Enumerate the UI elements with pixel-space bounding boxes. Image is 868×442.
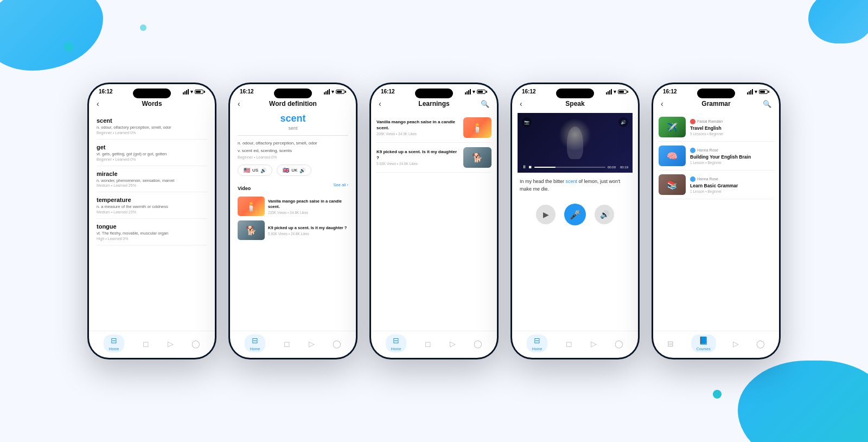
nav-user-words[interactable]: ◯: [192, 339, 200, 348]
home-icon-speak: ⊟: [534, 336, 540, 345]
nav-docs-word-def[interactable]: ◻: [284, 339, 290, 348]
see-all-button[interactable]: See all ›: [333, 182, 348, 187]
word-item-tongue[interactable]: tongue vt. The fleshy, movable, muscular…: [97, 219, 207, 245]
video-title-dog: K9 picked up a scent. Is it my daughter …: [268, 225, 348, 231]
word-name-get: get: [97, 144, 207, 150]
search-button-grammar[interactable]: 🔍: [763, 100, 771, 108]
learning-stats-candle: 206K Views • 34.9K Likes: [376, 132, 459, 136]
nav-user-speak[interactable]: ◯: [615, 339, 623, 348]
video-item-dog[interactable]: 🐕 K9 picked up a scent. Is it my daughte…: [238, 220, 348, 240]
bottom-nav-word-def: ⊟ Home ◻ ▷ ◯: [230, 331, 356, 358]
video-stats-dog: 5.83K Views • 24.8K Likes: [268, 232, 348, 236]
nav-home-speak[interactable]: ⊟ Home: [527, 334, 548, 352]
nav-user-grammar[interactable]: ◯: [756, 339, 765, 348]
nav-home-learnings[interactable]: ⊟ Home: [386, 334, 407, 352]
status-bar-5: 16:12 ▾: [653, 84, 779, 97]
word-item-temperature[interactable]: temperature n. a measure of the warmth o…: [97, 192, 207, 219]
nav-play-learnings[interactable]: ▷: [450, 339, 456, 348]
courses-icon-grammar: 📘: [699, 336, 708, 345]
uk-pronunciation-btn[interactable]: 🇬🇧 UK 🔊: [277, 165, 311, 176]
speak-highlight-word: scent: [566, 179, 578, 184]
home-label-words: Home: [109, 347, 119, 351]
grammar-item-basic[interactable]: 📚 Hanna Rose Learn Basic Grammar 1 Lesso…: [659, 171, 774, 199]
docs-icon-speak: ◻: [566, 339, 572, 348]
learning-stats-dog: 5.83K Views • 24.8K Likes: [376, 162, 459, 166]
word-name-miracle: miracle: [97, 171, 207, 177]
status-bar-4: 16:12 ▾: [512, 84, 638, 97]
us-pronunciation-btn[interactable]: 🇺🇸 US 🔊: [238, 165, 272, 176]
phone-word-definition: 16:12 ▾ ‹ W: [228, 83, 358, 359]
grammar-author-travel: Faisal Ramdan: [690, 119, 774, 124]
back-button-grammar[interactable]: ‹: [661, 99, 663, 108]
word-def-screen-content: scent sent n. odour, olfactory perceptio…: [230, 111, 356, 331]
grammar-meta-brain: 1 Lesson • Beginner: [690, 161, 774, 165]
grammar-author-basic: Hanna Rose: [690, 176, 774, 182]
bottom-nav-learnings: ⊟ Home ◻ ▷ ◯: [371, 331, 497, 358]
learning-item-dog[interactable]: K9 picked up a scent. Is it my daughter …: [376, 143, 492, 173]
volume-icon[interactable]: 🔊: [618, 117, 628, 127]
nav-docs-learnings[interactable]: ◻: [425, 339, 431, 348]
word-def-tongue: vt. The fleshy, movable, muscular organ: [97, 231, 207, 236]
avatar-hanna-1: [690, 148, 695, 153]
video-thumb-candle: 🕯️: [238, 197, 265, 216]
back-button-speak[interactable]: ‹: [520, 99, 522, 108]
grammar-author-brain: Hanna Rose: [690, 148, 774, 153]
grammar-meta-basic: 1 Lesson • Beginner: [690, 190, 774, 193]
search-button-learnings[interactable]: 🔍: [481, 100, 489, 108]
nav-docs-speak[interactable]: ◻: [566, 339, 572, 348]
home-icon-word-def: ⊟: [252, 336, 258, 345]
grammar-item-travel[interactable]: ✈️ Faisal Ramdan Travel English 5 Lesson…: [659, 113, 774, 142]
header-grammar: ‹ Grammar 🔍: [653, 97, 779, 111]
grammar-author-name-hanna-2: Hanna Rose: [697, 177, 718, 181]
home-label-speak: Home: [532, 347, 542, 351]
nav-play-words[interactable]: ▷: [168, 339, 174, 348]
play-icon-speak: ▷: [591, 339, 597, 348]
nav-home-grammar[interactable]: ⊟: [667, 339, 674, 348]
nav-user-word-def[interactable]: ◯: [333, 339, 341, 348]
nav-home-words[interactable]: ⊟ Home: [104, 334, 125, 352]
time-current: 00:00: [608, 166, 616, 169]
battery-1: [195, 90, 205, 94]
avatar-hanna-2: [690, 176, 695, 182]
progress-bar[interactable]: [534, 167, 605, 168]
video-item-candle[interactable]: 🕯️ Vanilla mango peach salse in a candle…: [238, 197, 348, 216]
word-item-scent[interactable]: scent n. odour, olfactory perception, sm…: [97, 113, 207, 140]
battery-4: [618, 90, 628, 94]
uk-label: UK: [291, 168, 297, 173]
back-button-learnings[interactable]: ‹: [379, 99, 381, 108]
mic-ctrl-button[interactable]: 🎤: [564, 204, 586, 225]
learning-thumb-dog: 🐕: [463, 147, 492, 168]
word-def-temperature: n. a measure of the warmth or coldness: [97, 204, 207, 210]
play-ctrl-button[interactable]: ▶: [536, 205, 556, 224]
back-button-word-def[interactable]: ‹: [238, 99, 240, 108]
header-words: ‹ Words: [89, 97, 215, 111]
video-controls: ⏸ ⏹ 00:00 00:19: [518, 161, 633, 173]
video-thumb-dog: 🐕: [238, 220, 265, 240]
nav-play-word-def[interactable]: ▷: [309, 339, 315, 348]
learning-item-candle[interactable]: Vanilla mango peach salse in a candle sc…: [376, 113, 492, 143]
page-title-words: Words: [142, 100, 162, 108]
user-icon-learnings: ◯: [474, 339, 482, 348]
bottom-nav-words: ⊟ Home ◻ ▷ ◯: [89, 331, 215, 358]
user-icon-grammar: ◯: [756, 339, 765, 348]
user-icon-words: ◯: [192, 339, 200, 348]
back-button-words[interactable]: ‹: [97, 99, 99, 108]
word-item-miracle[interactable]: miracle n. wonder, phenomenon, sensation…: [97, 166, 207, 193]
play-icon-learnings: ▷: [450, 339, 456, 348]
pause-button[interactable]: ⏸: [522, 165, 526, 169]
nav-home-word-def[interactable]: ⊟ Home: [245, 334, 266, 352]
status-icons-2: ▾: [324, 89, 346, 94]
word-item-get[interactable]: get vt. gets, getting, got (got) or got,…: [97, 140, 207, 166]
nav-courses-grammar[interactable]: 📘 Courses: [691, 334, 716, 352]
nav-docs-words[interactable]: ◻: [143, 339, 149, 348]
status-icons-3: ▾: [465, 89, 487, 94]
def-word-display: scent: [238, 113, 348, 124]
word-name-tongue: tongue: [97, 223, 207, 230]
stop-button[interactable]: ⏹: [528, 165, 532, 169]
nav-play-grammar[interactable]: ▷: [733, 339, 739, 348]
grammar-item-brain[interactable]: 🧠 Hanna Rose Building Your English Brain…: [659, 142, 774, 171]
grammar-thumb-brain: 🧠: [659, 146, 686, 166]
nav-user-learnings[interactable]: ◯: [474, 339, 482, 348]
nav-play-speak[interactable]: ▷: [591, 339, 597, 348]
volume-ctrl-button[interactable]: 🔊: [595, 205, 614, 224]
